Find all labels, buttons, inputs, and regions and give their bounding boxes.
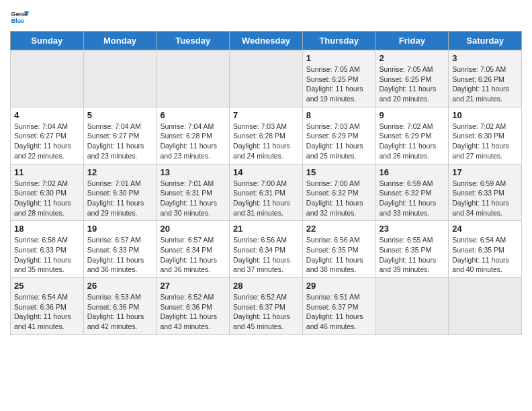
- calendar-day-cell: [11, 50, 84, 107]
- day-number: 6: [160, 110, 226, 120]
- day-info: Sunrise: 7:05 AMSunset: 6:26 PMDaylight:…: [452, 64, 518, 104]
- day-number: 26: [87, 281, 153, 291]
- column-header-saturday: Saturday: [449, 32, 522, 50]
- day-number: 19: [87, 224, 153, 234]
- column-header-sunday: Sunday: [11, 32, 84, 50]
- day-number: 10: [452, 110, 518, 120]
- day-info: Sunrise: 7:01 AMSunset: 6:31 PMDaylight:…: [160, 179, 226, 218]
- day-info: Sunrise: 7:00 AMSunset: 6:31 PMDaylight:…: [233, 179, 299, 218]
- day-info: Sunrise: 6:56 AMSunset: 6:35 PMDaylight:…: [306, 235, 372, 275]
- day-info: Sunrise: 7:04 AMSunset: 6:27 PMDaylight:…: [14, 122, 80, 161]
- day-number: 27: [160, 281, 226, 291]
- day-number: 18: [14, 224, 80, 234]
- column-header-tuesday: Tuesday: [157, 32, 230, 50]
- day-number: 8: [306, 110, 372, 120]
- calendar-day-cell: 8Sunrise: 7:03 AMSunset: 6:29 PMDaylight…: [302, 107, 375, 164]
- day-info: Sunrise: 6:55 AMSunset: 6:35 PMDaylight:…: [380, 235, 445, 275]
- calendar-day-cell: 25Sunrise: 6:54 AMSunset: 6:36 PMDayligh…: [11, 278, 84, 335]
- calendar-day-cell: 15Sunrise: 7:00 AMSunset: 6:32 PMDayligh…: [302, 164, 375, 221]
- day-info: Sunrise: 6:54 AMSunset: 6:35 PMDaylight:…: [452, 235, 518, 275]
- day-number: 5: [87, 110, 153, 120]
- column-header-thursday: Thursday: [302, 32, 375, 50]
- column-header-monday: Monday: [83, 32, 157, 50]
- day-number: 22: [306, 224, 372, 234]
- day-info: Sunrise: 6:59 AMSunset: 6:32 PMDaylight:…: [380, 179, 445, 218]
- day-info: Sunrise: 6:54 AMSunset: 6:36 PMDaylight:…: [14, 292, 80, 332]
- day-number: 23: [380, 224, 445, 234]
- calendar-day-cell: 11Sunrise: 7:02 AMSunset: 6:30 PMDayligh…: [11, 164, 84, 221]
- calendar-day-cell: 13Sunrise: 7:01 AMSunset: 6:31 PMDayligh…: [157, 164, 230, 221]
- day-number: 7: [233, 110, 299, 120]
- calendar-day-cell: 18Sunrise: 6:58 AMSunset: 6:33 PMDayligh…: [11, 221, 84, 278]
- day-number: 1: [306, 53, 372, 63]
- calendar-day-cell: 17Sunrise: 6:59 AMSunset: 6:33 PMDayligh…: [449, 164, 522, 221]
- day-info: Sunrise: 6:57 AMSunset: 6:34 PMDaylight:…: [160, 235, 226, 275]
- day-info: Sunrise: 7:03 AMSunset: 6:29 PMDaylight:…: [306, 122, 372, 161]
- calendar-week-row: 18Sunrise: 6:58 AMSunset: 6:33 PMDayligh…: [11, 221, 522, 278]
- calendar-day-cell: 1Sunrise: 7:05 AMSunset: 6:25 PMDaylight…: [302, 50, 375, 107]
- day-info: Sunrise: 7:04 AMSunset: 6:28 PMDaylight:…: [160, 122, 226, 161]
- calendar-day-cell: 12Sunrise: 7:01 AMSunset: 6:30 PMDayligh…: [83, 164, 157, 221]
- calendar-day-cell: [83, 50, 157, 107]
- calendar-day-cell: 24Sunrise: 6:54 AMSunset: 6:35 PMDayligh…: [449, 221, 522, 278]
- day-number: 17: [452, 167, 518, 177]
- calendar-day-cell: [230, 50, 303, 107]
- calendar-day-cell: [157, 50, 230, 107]
- day-number: 24: [452, 224, 518, 234]
- day-number: 20: [160, 224, 226, 234]
- day-number: 2: [380, 53, 445, 63]
- day-number: 13: [160, 167, 226, 177]
- calendar-header-row: SundayMondayTuesdayWednesdayThursdayFrid…: [11, 32, 522, 50]
- calendar-day-cell: [375, 278, 449, 335]
- calendar-day-cell: 16Sunrise: 6:59 AMSunset: 6:32 PMDayligh…: [375, 164, 449, 221]
- day-number: 12: [87, 167, 153, 177]
- calendar-day-cell: 9Sunrise: 7:02 AMSunset: 6:29 PMDaylight…: [375, 107, 449, 164]
- calendar-week-row: 25Sunrise: 6:54 AMSunset: 6:36 PMDayligh…: [11, 278, 522, 335]
- calendar-day-cell: 5Sunrise: 7:04 AMSunset: 6:27 PMDaylight…: [83, 107, 157, 164]
- calendar-day-cell: 4Sunrise: 7:04 AMSunset: 6:27 PMDaylight…: [11, 107, 84, 164]
- day-number: 3: [452, 53, 518, 63]
- column-header-friday: Friday: [375, 32, 449, 50]
- day-info: Sunrise: 7:02 AMSunset: 6:30 PMDaylight:…: [14, 179, 80, 218]
- calendar-week-row: 4Sunrise: 7:04 AMSunset: 6:27 PMDaylight…: [11, 107, 522, 164]
- day-info: Sunrise: 6:58 AMSunset: 6:33 PMDaylight:…: [14, 235, 80, 275]
- day-info: Sunrise: 7:00 AMSunset: 6:32 PMDaylight:…: [306, 179, 372, 218]
- calendar-day-cell: 20Sunrise: 6:57 AMSunset: 6:34 PMDayligh…: [157, 221, 230, 278]
- calendar-day-cell: 27Sunrise: 6:52 AMSunset: 6:36 PMDayligh…: [157, 278, 230, 335]
- logo-icon: General Blue: [10, 7, 29, 26]
- day-info: Sunrise: 7:01 AMSunset: 6:30 PMDaylight:…: [87, 179, 153, 218]
- calendar-day-cell: 6Sunrise: 7:04 AMSunset: 6:28 PMDaylight…: [157, 107, 230, 164]
- calendar-table: SundayMondayTuesdayWednesdayThursdayFrid…: [10, 31, 522, 335]
- logo: General Blue: [10, 7, 29, 26]
- day-number: 21: [233, 224, 299, 234]
- calendar-day-cell: 23Sunrise: 6:55 AMSunset: 6:35 PMDayligh…: [375, 221, 449, 278]
- calendar-day-cell: 22Sunrise: 6:56 AMSunset: 6:35 PMDayligh…: [302, 221, 375, 278]
- day-info: Sunrise: 6:56 AMSunset: 6:34 PMDaylight:…: [233, 235, 299, 275]
- day-info: Sunrise: 7:02 AMSunset: 6:30 PMDaylight:…: [452, 122, 518, 161]
- day-number: 25: [14, 281, 80, 291]
- calendar-day-cell: 19Sunrise: 6:57 AMSunset: 6:33 PMDayligh…: [83, 221, 157, 278]
- calendar-day-cell: 3Sunrise: 7:05 AMSunset: 6:26 PMDaylight…: [449, 50, 522, 107]
- calendar-day-cell: 26Sunrise: 6:53 AMSunset: 6:36 PMDayligh…: [83, 278, 157, 335]
- day-number: 28: [233, 281, 299, 291]
- calendar-week-row: 1Sunrise: 7:05 AMSunset: 6:25 PMDaylight…: [11, 50, 522, 107]
- day-number: 4: [14, 110, 80, 120]
- day-info: Sunrise: 7:04 AMSunset: 6:27 PMDaylight:…: [87, 122, 153, 161]
- day-info: Sunrise: 6:53 AMSunset: 6:36 PMDaylight:…: [87, 292, 153, 332]
- calendar-day-cell: 21Sunrise: 6:56 AMSunset: 6:34 PMDayligh…: [230, 221, 303, 278]
- day-info: Sunrise: 6:52 AMSunset: 6:37 PMDaylight:…: [233, 292, 299, 332]
- day-info: Sunrise: 6:57 AMSunset: 6:33 PMDaylight:…: [87, 235, 153, 275]
- calendar-day-cell: [449, 278, 522, 335]
- day-number: 15: [306, 167, 372, 177]
- day-info: Sunrise: 6:52 AMSunset: 6:36 PMDaylight:…: [160, 292, 226, 332]
- calendar-week-row: 11Sunrise: 7:02 AMSunset: 6:30 PMDayligh…: [11, 164, 522, 221]
- day-info: Sunrise: 7:05 AMSunset: 6:25 PMDaylight:…: [306, 64, 372, 104]
- calendar-day-cell: 29Sunrise: 6:51 AMSunset: 6:37 PMDayligh…: [302, 278, 375, 335]
- svg-text:Blue: Blue: [11, 17, 24, 24]
- day-number: 16: [380, 167, 445, 177]
- day-number: 9: [380, 110, 445, 120]
- day-number: 29: [306, 281, 372, 291]
- day-number: 11: [14, 167, 80, 177]
- day-info: Sunrise: 6:51 AMSunset: 6:37 PMDaylight:…: [306, 292, 372, 332]
- calendar-day-cell: 14Sunrise: 7:00 AMSunset: 6:31 PMDayligh…: [230, 164, 303, 221]
